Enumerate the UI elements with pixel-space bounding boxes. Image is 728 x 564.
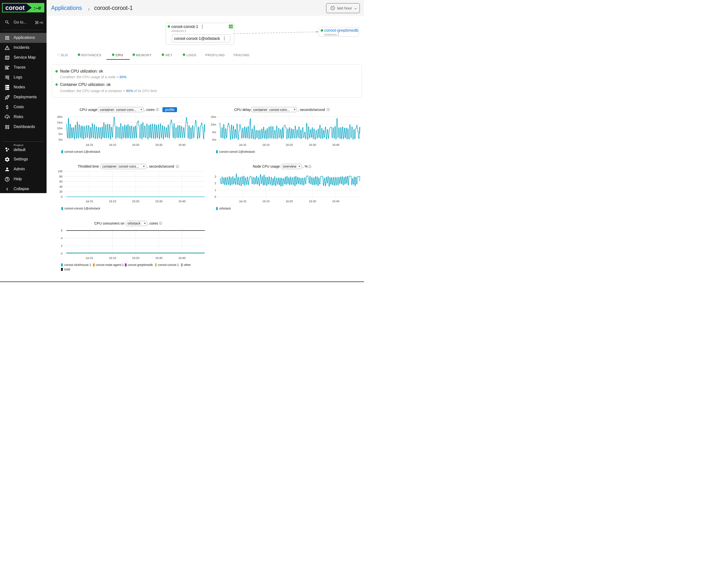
svg-text:coroot-coroot-1: coroot-coroot-1 [158,263,179,267]
svg-text:total: total [64,268,70,271]
svg-text:16:40: 16:40 [332,200,339,203]
svg-text:1: 1 [215,189,216,192]
svg-text:Jul 31: Jul 31 [239,200,247,203]
svg-text:coroot-clickhouse-1: coroot-clickhouse-1 [64,263,91,267]
svg-text:0: 0 [61,195,62,198]
svg-text:15m: 15m [211,115,216,118]
svg-text:40: 40 [59,185,63,188]
svg-text:10m: 10m [211,123,216,126]
svg-text:Jul 31: Jul 31 [86,200,93,203]
svg-text:16:30: 16:30 [309,200,316,203]
svg-text:16:40: 16:40 [179,143,186,146]
svg-text:100: 100 [58,170,62,173]
svg-text:coroot-coroot-1@orbstack: coroot-coroot-1@orbstack [64,207,100,210]
svg-text:16:20: 16:20 [286,200,293,203]
svg-text:16:40: 16:40 [179,256,186,259]
svg-text:16:30: 16:30 [155,256,162,259]
svg-text:16:20: 16:20 [286,143,293,146]
svg-text:16:10: 16:10 [109,256,116,259]
svg-text:16:30: 16:30 [155,143,162,146]
svg-text:0m: 0m [59,138,63,141]
svg-text:20m: 20m [57,115,62,118]
svg-text:4: 4 [61,237,63,240]
svg-text:2: 2 [61,244,62,247]
svg-text:2: 2 [215,182,216,185]
svg-text:coroot-greptimedb: coroot-greptimedb [128,263,153,267]
svg-text:Jul 31: Jul 31 [86,256,93,259]
svg-text:10m: 10m [57,127,62,130]
svg-text:5m: 5m [59,132,63,135]
svg-text:16:10: 16:10 [109,200,116,203]
svg-text:5m: 5m [212,131,216,134]
svg-text:20: 20 [59,190,63,193]
svg-text:16:40: 16:40 [332,143,339,146]
svg-text:0: 0 [215,195,216,198]
svg-text:0m: 0m [212,138,216,141]
svg-text:16:10: 16:10 [262,143,270,146]
svg-text:6: 6 [61,229,62,232]
svg-text:60: 60 [59,180,63,183]
svg-text:coroot-node-agent-1: coroot-node-agent-1 [96,263,124,267]
svg-text:coroot-coroot-1@orbstack: coroot-coroot-1@orbstack [219,150,255,154]
svg-text:16:40: 16:40 [179,200,186,203]
svg-text:orbstack: orbstack [219,207,231,210]
svg-text:16:20: 16:20 [132,143,139,146]
svg-text:coroot-coroot-1@orbstack: coroot-coroot-1@orbstack [64,150,100,154]
svg-text:16:20: 16:20 [132,256,139,259]
svg-text:80: 80 [59,175,63,178]
svg-text:16:20: 16:20 [132,200,139,203]
svg-text:3: 3 [215,175,216,178]
svg-text:16:10: 16:10 [262,200,270,203]
svg-text:Jul 31: Jul 31 [86,143,93,146]
svg-text:16:10: 16:10 [109,143,116,146]
svg-text:other: other [184,263,191,267]
svg-text:15m: 15m [57,121,62,124]
svg-text:Jul 31: Jul 31 [239,143,247,146]
svg-text:16:30: 16:30 [155,200,162,203]
svg-text:0: 0 [61,252,62,255]
svg-text:16:30: 16:30 [309,143,316,146]
